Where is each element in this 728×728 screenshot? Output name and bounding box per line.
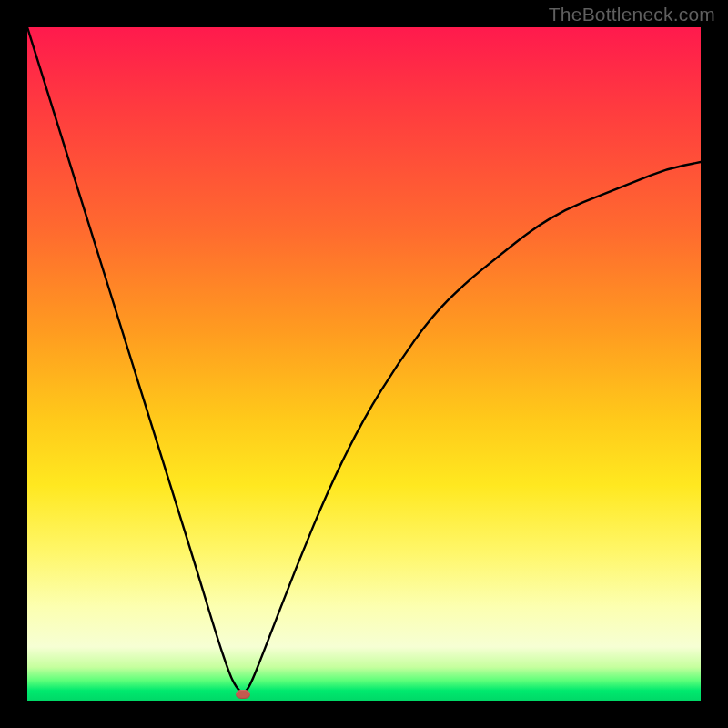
target-marker <box>236 690 250 699</box>
bottleneck-curve <box>27 27 701 701</box>
chart-frame: TheBottleneck.com <box>0 0 728 728</box>
plot-area <box>27 27 701 701</box>
watermark-text: TheBottleneck.com <box>549 4 715 25</box>
